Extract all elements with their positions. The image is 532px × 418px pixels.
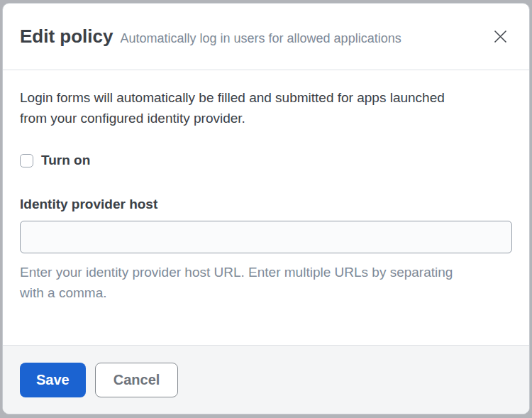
turn-on-label[interactable]: Turn on [41,153,90,168]
dialog-title: Edit policy [20,4,113,70]
identity-provider-host-label: Identity provider host [20,197,512,212]
turn-on-checkbox[interactable] [20,154,33,167]
dialog-header: Edit policy Automatically log in users f… [3,4,529,70]
identity-provider-host-help: Enter your identity provider host URL. E… [20,262,460,303]
screen-backdrop: Edit policy Automatically log in users f… [0,0,532,418]
dialog-body: Login forms will automatically be filled… [3,70,529,345]
policy-description: Login forms will automatically be filled… [20,87,460,128]
edit-policy-dialog: Edit policy Automatically log in users f… [2,3,530,414]
turn-on-row: Turn on [20,153,512,168]
save-button[interactable]: Save [20,363,86,397]
close-button[interactable] [489,26,511,48]
identity-provider-host-input[interactable] [20,221,512,253]
close-icon [492,28,509,45]
cancel-button[interactable]: Cancel [95,363,179,397]
dialog-subtitle: Automatically log in users for allowed a… [120,31,401,46]
dialog-footer: Save Cancel [3,345,529,414]
